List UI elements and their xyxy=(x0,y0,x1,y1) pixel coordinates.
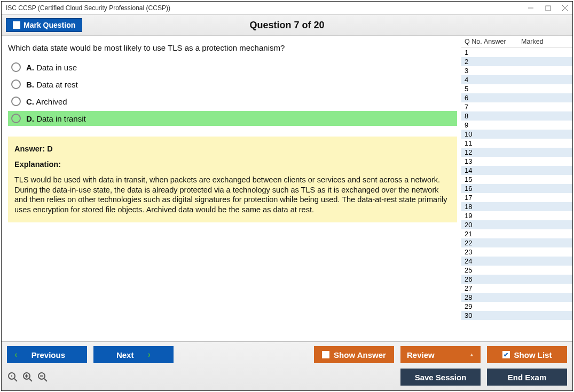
row-qno: 20 xyxy=(461,221,484,229)
question-text: Which data state would be most likely to… xyxy=(8,43,457,52)
question-row[interactable]: 23 xyxy=(461,247,572,257)
row-qno: 10 xyxy=(461,130,484,138)
question-row[interactable]: 2 xyxy=(461,57,572,66)
review-dropdown[interactable]: Review ▲ xyxy=(400,346,481,363)
row-qno: 30 xyxy=(461,311,484,319)
row-qno: 19 xyxy=(461,212,484,220)
close-button[interactable] xyxy=(561,4,569,12)
row-qno: 16 xyxy=(461,185,484,193)
question-row[interactable]: 24 xyxy=(461,257,572,266)
svg-point-6 xyxy=(11,375,12,377)
show-list-checkbox-icon xyxy=(502,351,510,358)
question-row[interactable]: 30 xyxy=(461,311,572,320)
explanation-label: Explanation: xyxy=(14,159,451,170)
zoom-reset-icon[interactable] xyxy=(7,371,19,383)
answer-box: Answer: D Explanation: TLS would be used… xyxy=(8,137,457,222)
radio-icon xyxy=(11,79,21,89)
row-qno: 26 xyxy=(461,275,484,283)
show-answer-checkbox-icon xyxy=(322,351,329,358)
main-area: Which data state would be most likely to… xyxy=(2,36,572,341)
row-qno: 28 xyxy=(461,293,484,301)
maximize-button[interactable] xyxy=(544,4,552,12)
next-button[interactable]: Next › xyxy=(93,346,174,363)
row-qno: 24 xyxy=(461,257,484,265)
question-row[interactable]: 27 xyxy=(461,284,572,293)
mark-label: Mark Question xyxy=(23,21,75,29)
question-row[interactable]: 16 xyxy=(461,184,572,193)
options-list: A. Data in useB. Data at restC. Archived… xyxy=(8,60,457,126)
minimize-button[interactable] xyxy=(526,4,535,12)
row-qno: 8 xyxy=(461,112,484,120)
question-row[interactable]: 11 xyxy=(461,139,572,148)
triangle-up-icon: ▲ xyxy=(469,352,474,357)
row-qno: 9 xyxy=(461,121,484,129)
svg-rect-1 xyxy=(546,6,551,11)
previous-label: Previous xyxy=(32,350,65,359)
show-answer-label: Show Answer xyxy=(334,350,386,359)
option-d[interactable]: D. Data in transit xyxy=(8,111,457,126)
row-qno: 2 xyxy=(461,58,484,66)
col-marked: Marked xyxy=(521,38,572,45)
row-qno: 17 xyxy=(461,194,484,202)
row-qno: 3 xyxy=(461,67,484,75)
row-qno: 1 xyxy=(461,49,484,57)
row-qno: 23 xyxy=(461,248,484,256)
zoom-in-icon[interactable] xyxy=(22,371,34,383)
question-row[interactable]: 3 xyxy=(461,66,572,75)
question-row[interactable]: 18 xyxy=(461,202,572,211)
save-session-button[interactable]: Save Session xyxy=(400,369,481,386)
chevron-right-icon: › xyxy=(147,349,151,360)
sidebar-header: Q No. Answer Marked xyxy=(461,36,572,48)
question-row[interactable]: 1 xyxy=(461,48,572,57)
svg-line-12 xyxy=(44,379,47,381)
show-list-button[interactable]: Show List xyxy=(487,346,567,363)
footer-row-2: Save Session End Exam xyxy=(7,369,567,386)
row-qno: 27 xyxy=(461,284,484,292)
mark-checkbox-icon xyxy=(13,21,20,29)
question-row[interactable]: 8 xyxy=(461,111,572,121)
row-qno: 5 xyxy=(461,85,484,93)
mark-question-button[interactable]: Mark Question xyxy=(6,18,82,32)
end-exam-button[interactable]: End Exam xyxy=(487,369,567,386)
question-row[interactable]: 26 xyxy=(461,275,572,284)
question-row[interactable]: 5 xyxy=(461,84,572,93)
option-b[interactable]: B. Data at rest xyxy=(8,77,457,92)
question-row[interactable]: 9 xyxy=(461,121,572,130)
question-list[interactable]: 1234567891011121314151617181920212223242… xyxy=(461,48,572,341)
question-row[interactable]: 10 xyxy=(461,130,572,139)
question-row[interactable]: 19 xyxy=(461,211,572,220)
show-list-label: Show List xyxy=(514,350,552,359)
header-strip: Mark Question Question 7 of 20 xyxy=(2,14,572,36)
question-row[interactable]: 7 xyxy=(461,102,572,111)
question-list-sidebar: Q No. Answer Marked 12345678910111213141… xyxy=(461,36,572,341)
end-exam-label: End Exam xyxy=(508,373,547,382)
question-row[interactable]: 20 xyxy=(461,220,572,229)
question-row[interactable]: 28 xyxy=(461,293,572,302)
row-qno: 15 xyxy=(461,175,484,183)
question-row[interactable]: 29 xyxy=(461,302,572,311)
row-qno: 29 xyxy=(461,302,484,310)
question-counter: Question 7 of 20 xyxy=(249,20,324,31)
col-qno: Q No. xyxy=(461,38,484,45)
svg-line-8 xyxy=(29,379,32,381)
answer-line: Answer: D xyxy=(14,144,451,154)
previous-button[interactable]: ‹ Previous xyxy=(7,346,87,363)
question-row[interactable]: 14 xyxy=(461,166,572,175)
option-a[interactable]: A. Data in use xyxy=(8,60,457,75)
question-row[interactable]: 15 xyxy=(461,175,572,184)
question-row[interactable]: 25 xyxy=(461,266,572,275)
zoom-out-icon[interactable] xyxy=(37,371,49,383)
question-row[interactable]: 6 xyxy=(461,93,572,102)
question-row[interactable]: 22 xyxy=(461,238,572,247)
radio-icon xyxy=(11,62,21,72)
show-answer-button[interactable]: Show Answer xyxy=(314,346,394,363)
question-row[interactable]: 17 xyxy=(461,193,572,202)
question-row[interactable]: 13 xyxy=(461,157,572,166)
row-qno: 18 xyxy=(461,203,484,211)
question-row[interactable]: 4 xyxy=(461,75,572,84)
option-c[interactable]: C. Archived xyxy=(8,94,457,109)
question-row[interactable]: 12 xyxy=(461,148,572,157)
question-row[interactable]: 21 xyxy=(461,229,572,238)
row-qno: 22 xyxy=(461,239,484,247)
app-window: ISC CCSP (Certified Cloud Security Profe… xyxy=(1,1,573,391)
